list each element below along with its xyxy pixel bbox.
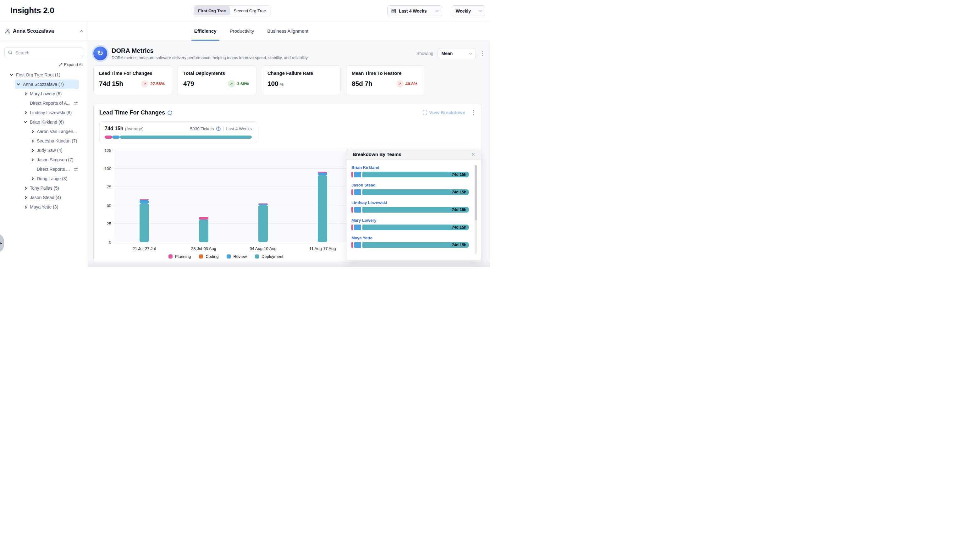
tree-item[interactable]: Direct Reports of A... <box>22 99 79 108</box>
sidebar-collapse-handle[interactable] <box>0 234 4 252</box>
chart-kebab-menu-icon[interactable] <box>471 109 476 117</box>
org-tree-toggle-option[interactable]: Second Org Tree <box>230 6 270 15</box>
app-title: Insights 2.0 <box>10 0 54 21</box>
bar-segment-deployment <box>199 220 208 242</box>
tree-item[interactable]: Direct Reports ... <box>29 164 79 174</box>
filter-sliders-icon[interactable] <box>73 101 79 106</box>
team-value: 74d 15h <box>452 172 466 177</box>
tree-item[interactable]: Doug Lange (3) <box>29 174 79 183</box>
bar-segment-planning <box>199 217 208 219</box>
legend-item[interactable]: Planning <box>169 254 191 259</box>
team-name-link[interactable]: Brian Kirkland <box>352 165 469 170</box>
search-icon <box>8 50 13 55</box>
tab[interactable]: Efficiency <box>194 21 217 41</box>
stacked-bar <box>318 150 327 242</box>
tree-item[interactable]: First Org Tree Root (1) <box>8 70 79 80</box>
tree-item[interactable]: Sireesha Kunduri (7) <box>29 136 79 146</box>
granularity-select[interactable]: Weekly <box>452 5 485 16</box>
team-name-link[interactable]: Lindsay Liszewski <box>352 200 469 205</box>
bar-segment-deployment <box>258 205 268 242</box>
org-tree: First Org Tree Root (1) Anna Scozzafava … <box>5 70 83 212</box>
team-bar-review-segment <box>354 207 361 213</box>
metric-cards: Lead Time For Changes 74d 15h ↗ 27.56% T… <box>93 65 487 95</box>
tree-item[interactable]: Tony Pallas (5) <box>22 183 79 193</box>
tree-chevron-icon[interactable] <box>24 120 27 123</box>
plot-grid <box>115 150 352 242</box>
search-input[interactable] <box>5 47 83 58</box>
info-icon[interactable] <box>167 110 172 115</box>
aggregation-value: Mean <box>442 51 453 56</box>
team-stacked-bar: 74d 15h <box>352 172 469 177</box>
y-axis: 0255075100125 <box>99 150 115 242</box>
tree-item[interactable]: Jason Simpson (7) <box>29 155 79 164</box>
tree-chevron-icon[interactable] <box>24 92 27 95</box>
metric-card: Total Deployments 479 ↗ 3.68% <box>178 65 256 95</box>
panel-scrollbar-thumb[interactable] <box>475 165 477 220</box>
legend-label: Review <box>233 254 247 259</box>
tree-chevron-icon[interactable] <box>17 82 20 86</box>
average-summary-box: 74d 15h (Average) 5030 Tickets Last 4 We… <box>99 121 257 143</box>
metric-card: Change Failure Rate 100 % <box>262 65 341 95</box>
metric-card-value: 85d 7h <box>352 80 372 88</box>
info-icon[interactable] <box>216 126 221 131</box>
legend-item[interactable]: Deployment <box>255 254 283 259</box>
tree-item-label: Tony Pallas (5) <box>30 185 59 191</box>
team-row: Mary Lowery 74d 15h <box>352 218 469 230</box>
x-axis-tick: 21 Jul-27 Jul <box>133 246 156 251</box>
tree-chevron-icon[interactable] <box>31 149 34 152</box>
org-tree-toggle-option[interactable]: First Org Tree <box>194 6 230 15</box>
team-stacked-bar: 74d 15h <box>352 207 469 213</box>
team-value: 74d 15h <box>452 190 466 194</box>
x-axis-tick: 28 Jul-03 Aug <box>191 246 216 251</box>
dora-kebab-menu-icon[interactable] <box>480 50 485 57</box>
tree-item-label: Sireesha Kunduri (7) <box>37 139 77 143</box>
team-name-link[interactable]: Mary Lowery <box>352 218 469 223</box>
tree-item-label: Aaron Van Langen... <box>37 129 77 134</box>
tab[interactable]: Business Alignment <box>267 21 309 41</box>
summary-segment-deployment <box>120 135 252 139</box>
tree-item[interactable]: Mary Lowery (6) <box>22 89 79 99</box>
legend-item[interactable]: Review <box>227 254 247 259</box>
tree-chevron-icon[interactable] <box>31 158 34 161</box>
tree-item[interactable]: Maya Yette (3) <box>22 202 79 212</box>
tree-chevron-icon[interactable] <box>31 139 34 142</box>
tree-chevron-icon[interactable] <box>24 187 27 190</box>
team-stacked-bar: 74d 15h <box>352 189 469 195</box>
sidebar-person-name: Anna Scozzafava <box>13 28 78 34</box>
view-breakdown-button[interactable]: View Breakdown <box>423 110 466 115</box>
tree-item[interactable]: Judy Saw (4) <box>29 146 79 155</box>
team-name-link[interactable]: Maya Yette <box>352 236 469 240</box>
legend-swatch <box>255 254 259 258</box>
org-tree-toggle: First Org TreeSecond Org Tree <box>193 5 271 16</box>
chevron-up-icon[interactable] <box>80 30 83 33</box>
tree-chevron-icon[interactable] <box>24 206 27 209</box>
tree-chevron-icon[interactable] <box>24 196 27 199</box>
close-icon[interactable]: ✕ <box>470 151 476 158</box>
date-range-select[interactable]: Last 4 Weeks <box>387 5 442 16</box>
tree-chevron-icon[interactable] <box>10 73 13 76</box>
tree-chevron-icon[interactable] <box>31 177 34 180</box>
tree-item[interactable]: Jason Stead (4) <box>22 193 79 202</box>
tree-item[interactable]: Anna Scozzafava (7) <box>15 80 79 89</box>
team-name-link[interactable]: Jason Stead <box>352 183 469 187</box>
filter-sliders-icon[interactable] <box>73 167 79 172</box>
team-row: Jason Stead 74d 15h <box>352 183 469 195</box>
team-bar-review-segment <box>354 172 361 177</box>
tree-item[interactable]: Brian Kirkland (6) <box>22 117 79 127</box>
tree-chevron-icon[interactable] <box>24 111 27 114</box>
tab[interactable]: Productivity <box>229 21 255 41</box>
tree-item[interactable]: Lindsay Liszewski (8) <box>22 108 79 117</box>
tree-item[interactable]: Aaron Van Langen... <box>29 127 79 136</box>
trend-delta: 40.8% <box>406 81 417 86</box>
panel-scrollbar-track[interactable] <box>475 165 477 254</box>
legend-item[interactable]: Coding <box>199 254 218 259</box>
team-value: 74d 15h <box>452 207 466 212</box>
sidebar-header[interactable]: Anna Scozzafava <box>0 21 88 41</box>
breakdown-panel-title: Breakdown By Teams <box>353 151 470 157</box>
y-axis-tick: 0 <box>109 240 111 244</box>
expand-all-link[interactable]: Expand All <box>59 62 83 67</box>
y-axis-tick: 50 <box>107 203 111 207</box>
tree-chevron-icon[interactable] <box>31 130 34 133</box>
legend-swatch <box>227 254 231 258</box>
aggregation-select[interactable]: Mean <box>438 48 476 59</box>
